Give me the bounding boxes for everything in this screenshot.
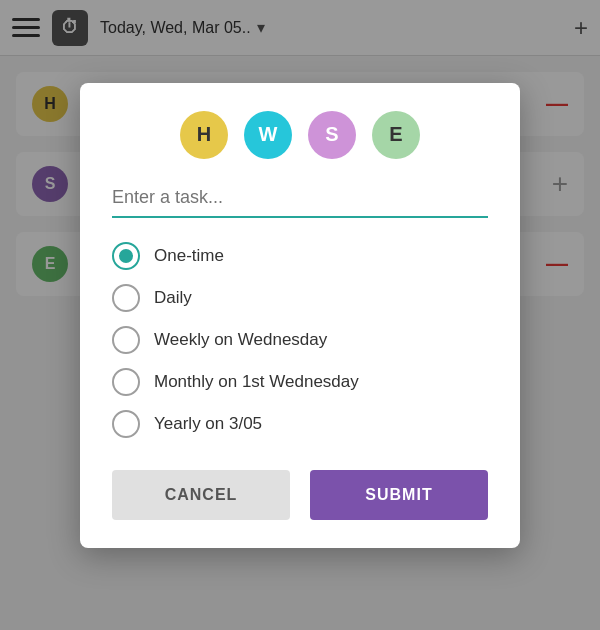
radio-monthly[interactable]: Monthly on 1st Wednesday — [112, 368, 488, 396]
avatar-row: H W S E — [112, 111, 488, 159]
task-input[interactable] — [112, 179, 488, 216]
modal-avatar-w: W — [244, 111, 292, 159]
button-row: CANCEL SUBMIT — [112, 470, 488, 520]
task-input-wrapper — [112, 179, 488, 218]
radio-label-one-time: One-time — [154, 246, 224, 266]
radio-label-monthly: Monthly on 1st Wednesday — [154, 372, 359, 392]
radio-outer-daily — [112, 284, 140, 312]
radio-outer-one-time — [112, 242, 140, 270]
radio-label-weekly: Weekly on Wednesday — [154, 330, 327, 350]
recurrence-radio-group: One-time Daily Weekly on Wednesday Month… — [112, 242, 488, 438]
task-modal: H W S E One-time Daily Weekly on W — [80, 83, 520, 548]
radio-daily[interactable]: Daily — [112, 284, 488, 312]
radio-inner-one-time — [119, 249, 133, 263]
radio-weekly[interactable]: Weekly on Wednesday — [112, 326, 488, 354]
modal-avatar-e: E — [372, 111, 420, 159]
radio-outer-yearly — [112, 410, 140, 438]
radio-outer-monthly — [112, 368, 140, 396]
radio-label-daily: Daily — [154, 288, 192, 308]
submit-button[interactable]: SUBMIT — [310, 470, 488, 520]
modal-avatar-s: S — [308, 111, 356, 159]
radio-one-time[interactable]: One-time — [112, 242, 488, 270]
cancel-button[interactable]: CANCEL — [112, 470, 290, 520]
radio-label-yearly: Yearly on 3/05 — [154, 414, 262, 434]
modal-avatar-h: H — [180, 111, 228, 159]
modal-overlay: H W S E One-time Daily Weekly on W — [0, 0, 600, 630]
radio-outer-weekly — [112, 326, 140, 354]
radio-yearly[interactable]: Yearly on 3/05 — [112, 410, 488, 438]
